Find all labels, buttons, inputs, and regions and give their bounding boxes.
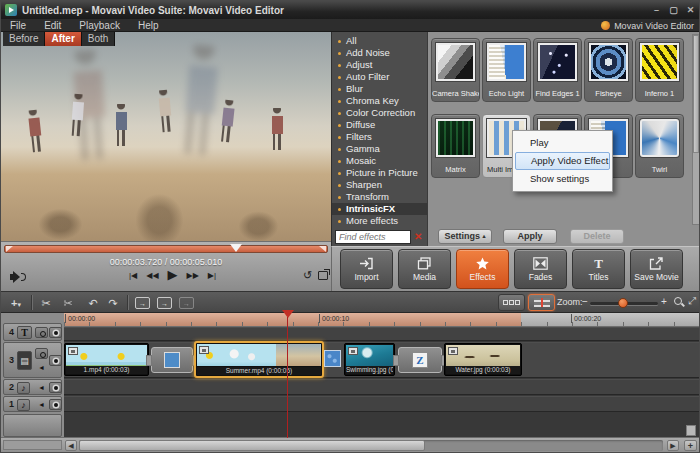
zoom-out-icon[interactable]: − [582, 296, 588, 307]
clip-properties-button[interactable]: → [135, 297, 150, 309]
effect-matrix[interactable]: Matrix [431, 114, 480, 178]
timeline-ruler[interactable]: 00:00:00 00:00:10 00:00:20 [64, 313, 699, 327]
effect-twirl[interactable]: Twirl [635, 114, 684, 178]
category-intrinsicfx[interactable]: IntrinsicFX [332, 203, 427, 215]
effect-inferno[interactable]: Inferno 1 [635, 38, 684, 102]
track-row-1[interactable] [64, 396, 699, 412]
add-clip-button[interactable]: +▾ [6, 295, 26, 311]
split-all-button[interactable]: ✂ [59, 295, 77, 311]
magnifier-icon[interactable] [674, 297, 682, 305]
transition-2[interactable] [324, 350, 341, 367]
effect-find-edges[interactable]: Find Edges 1 [533, 38, 582, 102]
clear-search-icon[interactable]: ✕ [414, 230, 422, 244]
transition-1[interactable] [151, 347, 193, 373]
media-button[interactable]: Media [398, 249, 451, 289]
clip-audio-button[interactable]: → [179, 297, 194, 309]
menu-playback[interactable]: Playback [70, 19, 129, 32]
clip-properties-chip[interactable] [348, 347, 358, 355]
audio-track-icon[interactable]: ♪ [17, 382, 30, 394]
camera-icon[interactable] [35, 327, 48, 338]
clip-summer-mp4[interactable]: Summer.mp4 (0:00:05) [194, 341, 324, 378]
tab-both[interactable]: Both [82, 32, 116, 46]
category-all[interactable]: All [332, 35, 427, 47]
scroll-left-button[interactable]: ◀ [65, 440, 77, 451]
category-filters[interactable]: Filters [332, 131, 427, 143]
undo-button[interactable]: ↶ [85, 295, 101, 311]
titles-button[interactable]: T Titles [572, 249, 625, 289]
maximize-button[interactable]: ▢ [665, 1, 682, 19]
clip-properties-chip[interactable] [199, 346, 209, 354]
speaker-icon[interactable]: ◄ [35, 362, 48, 373]
category-picture-in-picture[interactable]: Picture in Picture [332, 167, 427, 179]
category-sharpen[interactable]: Sharpen [332, 179, 427, 191]
clip-tools-button[interactable]: → [157, 297, 172, 309]
scroll-right-button[interactable]: ▶ [667, 440, 679, 451]
category-blur[interactable]: Blur [332, 83, 427, 95]
category-add-noise[interactable]: Add Noise [332, 47, 427, 59]
track-row-2[interactable] [64, 379, 699, 395]
clip-water-jpg[interactable]: Water.jpg (0:00:03) [444, 343, 522, 376]
eye-icon[interactable] [49, 355, 62, 366]
timeline-playhead-marker[interactable] [282, 310, 294, 324]
clip-swimming-jpg[interactable]: Swimming.jpg (0:... [344, 343, 395, 376]
speaker-icon[interactable]: ◄ [35, 399, 48, 410]
category-transform[interactable]: Transform [332, 191, 427, 203]
storyboard-view-button[interactable] [498, 294, 525, 311]
unattach-player-icon[interactable]: ↺ [303, 269, 312, 282]
zoom-in-icon[interactable]: + [661, 296, 667, 307]
speaker-icon[interactable]: ◄ [35, 382, 48, 393]
eye-icon[interactable] [49, 327, 62, 338]
scrollbar-thumb[interactable] [79, 440, 425, 451]
next-frame-button[interactable]: ▶| [208, 271, 216, 280]
play-button[interactable]: ▶ [168, 267, 178, 282]
scrollbar-thumb[interactable] [693, 35, 699, 153]
effects-button[interactable]: Effects [456, 249, 509, 289]
effect-camera-shake[interactable]: Camera Shake [431, 38, 480, 102]
seek-bar[interactable] [4, 245, 328, 253]
audio-track-icon[interactable]: ♪ [17, 399, 30, 411]
zoom-slider-thumb[interactable] [618, 298, 628, 308]
delete-button[interactable]: Delete [570, 229, 624, 244]
title-track-icon[interactable]: T [17, 326, 32, 339]
track-row-4[interactable] [64, 327, 699, 341]
save-movie-button[interactable]: Save Movie [630, 249, 683, 289]
rewind-button[interactable]: ◀◀ [146, 271, 158, 280]
eye-icon[interactable] [49, 399, 62, 410]
settings-button[interactable]: Settings ▴ [438, 229, 492, 244]
video-track-icon[interactable]: ▤ [17, 351, 32, 370]
eye-icon[interactable] [49, 382, 62, 393]
import-button[interactable]: Import [340, 249, 393, 289]
category-color-correction[interactable]: Color Correction [332, 107, 427, 119]
category-mosaic[interactable]: Mosaic [332, 155, 427, 167]
menu-edit[interactable]: Edit [35, 19, 70, 32]
find-effects-input[interactable] [335, 230, 411, 244]
clip-properties-chip[interactable] [68, 347, 78, 355]
previous-frame-button[interactable]: |◀ [129, 271, 137, 280]
tab-before[interactable]: Before [3, 32, 45, 46]
close-button[interactable]: ✕ [682, 1, 699, 19]
fades-button[interactable]: Fades [514, 249, 567, 289]
category-gamma[interactable]: Gamma [332, 143, 427, 155]
transition-z[interactable]: Z [398, 347, 442, 373]
video-preview[interactable]: Before After Both [1, 32, 331, 241]
menu-file[interactable]: File [1, 19, 35, 32]
category-auto-filter[interactable]: Auto Filter [332, 71, 427, 83]
fast-forward-button[interactable]: ▶▶ [187, 271, 199, 280]
effects-scrollbar[interactable] [692, 34, 700, 225]
context-menu-show-settings[interactable]: Show settings [515, 170, 610, 188]
tab-after[interactable]: After [45, 32, 81, 46]
category-adjust[interactable]: Adjust [332, 59, 427, 71]
add-track-button[interactable]: + [684, 440, 697, 451]
apply-button[interactable]: Apply [503, 229, 557, 244]
vertical-scrollbar-bit[interactable] [686, 425, 696, 436]
category-chroma-key[interactable]: Chroma Key [332, 95, 427, 107]
snapshot-icon[interactable] [318, 271, 328, 280]
fit-timeline-icon[interactable]: ⤢ [688, 295, 696, 307]
effect-echo-light[interactable]: Echo Light [482, 38, 531, 102]
category-diffuse[interactable]: Diffuse [332, 119, 427, 131]
split-clip-button[interactable]: ✂ [37, 295, 55, 311]
clip-properties-chip[interactable] [448, 347, 458, 355]
category-more-effects[interactable]: More effects [332, 215, 427, 227]
menu-help[interactable]: Help [129, 19, 168, 32]
context-menu-play[interactable]: Play [515, 134, 610, 152]
